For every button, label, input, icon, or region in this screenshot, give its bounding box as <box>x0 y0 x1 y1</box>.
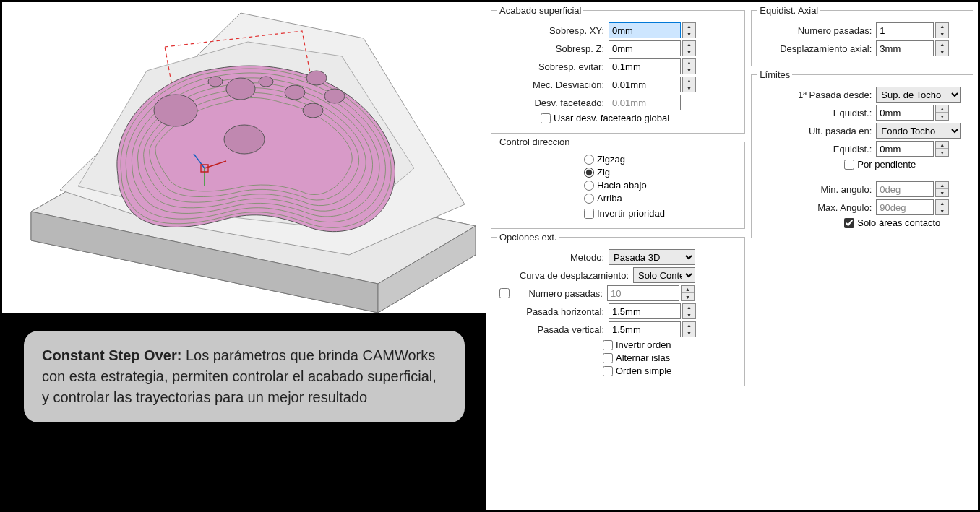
select-curva[interactable]: Solo Conte <box>633 267 695 283</box>
model-illustration <box>2 2 486 313</box>
group-acabado: Acabado superficial Sobresp. XY: ▲▼ Sobr… <box>491 5 745 134</box>
spinner-axial-desp[interactable]: ▲▼ <box>935 40 949 56</box>
spinner-equidist1[interactable]: ▲▼ <box>935 105 949 121</box>
select-metodo[interactable]: Pasada 3D <box>609 249 695 265</box>
select-ult[interactable]: Fondo Tocho <box>876 123 961 139</box>
checkbox-orden-simple[interactable] <box>603 366 613 376</box>
parameters-pane: Acabado superficial Sobresp. XY: ▲▼ Sobr… <box>486 2 978 510</box>
caption-box: Constant Step Over: Los parámetros que b… <box>24 331 465 422</box>
label-solo-areas: Solo áreas contacto <box>857 217 940 228</box>
chevron-down-icon[interactable]: ▼ <box>683 84 695 92</box>
chevron-up-icon[interactable]: ▲ <box>683 304 695 311</box>
chevron-up-icon[interactable]: ▲ <box>936 142 948 149</box>
input-num-pasadas <box>607 285 679 301</box>
spinner-min-ang: ▲▼ <box>935 181 949 197</box>
label-sobresp-xy: Sobresp. XY: <box>497 25 609 36</box>
checkbox-alternar-islas[interactable] <box>603 353 613 363</box>
checkbox-invertir-orden[interactable] <box>603 340 613 350</box>
checkbox-por-pendiente[interactable] <box>844 160 854 170</box>
chevron-up-icon[interactable]: ▲ <box>683 41 695 48</box>
label-pasada-h: Pasada horizontal: <box>497 306 609 317</box>
input-sobresp-z[interactable] <box>609 40 681 56</box>
spinner-pasada-v[interactable]: ▲▼ <box>682 321 696 337</box>
label-desv-fact: Desv. faceteado: <box>497 97 609 108</box>
label-zig: Zig <box>597 167 610 178</box>
label-ult: Ult. pasada en: <box>757 126 876 136</box>
label-axial-desp: Desplazamiento axial: <box>757 43 876 54</box>
input-equidist2[interactable] <box>876 141 934 157</box>
input-pasada-h[interactable] <box>609 303 681 319</box>
input-axial-desp[interactable] <box>876 40 934 56</box>
spinner-axial-num[interactable]: ▲▼ <box>935 22 949 38</box>
chevron-down-icon[interactable]: ▼ <box>683 30 695 38</box>
svg-point-9 <box>285 85 305 100</box>
chevron-up-icon[interactable]: ▲ <box>936 41 948 48</box>
spinner-equidist2[interactable]: ▲▼ <box>935 141 949 157</box>
label-invertir-orden: Invertir orden <box>616 339 671 350</box>
input-max-ang <box>876 199 934 215</box>
spinner-pasada-h[interactable]: ▲▼ <box>682 303 696 319</box>
input-mec-desv[interactable] <box>609 77 681 92</box>
svg-point-11 <box>324 89 345 103</box>
spinner-sobresp-evitar[interactable]: ▲▼ <box>682 58 696 74</box>
spinner-mec-desv[interactable]: ▲▼ <box>682 77 696 92</box>
chevron-down-icon[interactable]: ▼ <box>936 149 948 156</box>
radio-arriba[interactable] <box>584 194 594 204</box>
chevron-down-icon[interactable]: ▼ <box>936 48 948 56</box>
input-sobresp-evitar[interactable] <box>609 58 681 74</box>
checkbox-num-pasadas[interactable] <box>499 288 510 298</box>
radio-zigzag[interactable] <box>584 155 594 165</box>
legend-axial: Equidist. Axial <box>757 5 820 16</box>
chevron-down-icon[interactable]: ▼ <box>683 48 695 56</box>
chevron-up-icon[interactable]: ▲ <box>683 59 695 66</box>
chevron-down-icon: ▼ <box>682 293 694 300</box>
label-sobresp-evitar: Sobresp. evitar: <box>497 61 609 72</box>
chevron-down-icon[interactable]: ▼ <box>936 113 948 120</box>
checkbox-solo-areas[interactable] <box>844 218 854 228</box>
chevron-down-icon[interactable]: ▼ <box>936 30 948 38</box>
label-arriba: Arriba <box>597 193 622 204</box>
chevron-up-icon[interactable]: ▲ <box>683 77 695 84</box>
label-sobresp-z: Sobresp. Z: <box>497 43 609 54</box>
group-opciones: Opciones ext. Metodo: Pasada 3D Curva de… <box>491 232 745 386</box>
spinner-sobresp-z[interactable]: ▲▼ <box>682 40 696 56</box>
input-axial-num[interactable] <box>876 22 934 38</box>
svg-point-14 <box>208 77 223 87</box>
chevron-down-icon[interactable]: ▼ <box>683 329 695 337</box>
input-sobresp-xy[interactable] <box>609 22 681 38</box>
input-pasada-v[interactable] <box>609 321 681 337</box>
checkbox-usar-global[interactable] <box>541 113 551 123</box>
chevron-up-icon[interactable]: ▲ <box>936 23 948 30</box>
svg-point-7 <box>154 95 197 126</box>
app-container: Constant Step Over: Los parámetros que b… <box>0 0 980 512</box>
label-mec-desv: Mec. Desviación: <box>497 79 609 90</box>
radio-hacia-abajo[interactable] <box>584 181 594 191</box>
spinner-sobresp-xy[interactable]: ▲▼ <box>682 22 696 38</box>
chevron-down-icon[interactable]: ▼ <box>683 311 695 318</box>
chevron-down-icon[interactable]: ▼ <box>683 66 695 74</box>
chevron-up-icon[interactable]: ▲ <box>683 23 695 30</box>
legend-opciones: Opciones ext. <box>497 232 559 243</box>
caption-title: Constant Step Over: <box>42 347 181 363</box>
legend-direccion: Control direccion <box>497 136 572 147</box>
chevron-up-icon[interactable]: ▲ <box>683 322 695 329</box>
svg-point-15 <box>259 77 273 87</box>
label-alternar-islas: Alternar islas <box>616 352 670 363</box>
label-por-pendiente: Por pendiente <box>857 159 916 170</box>
label-equidist1: Equidist.: <box>757 108 876 118</box>
input-min-ang <box>876 181 934 197</box>
chevron-up-icon: ▲ <box>936 200 948 207</box>
checkbox-invertir-prioridad[interactable] <box>584 209 594 219</box>
label-min-ang: Min. angulo: <box>757 184 876 195</box>
label-metodo: Metodo: <box>497 252 609 263</box>
spinner-max-ang: ▲▼ <box>935 199 949 215</box>
label-usar-global: Usar desv. faceteado global <box>554 113 669 123</box>
svg-point-12 <box>303 103 323 118</box>
cad-viewport[interactable] <box>2 2 486 313</box>
radio-zig[interactable] <box>584 168 594 178</box>
input-equidist1[interactable] <box>876 105 934 121</box>
chevron-down-icon: ▼ <box>936 207 948 214</box>
chevron-down-icon: ▼ <box>936 189 948 196</box>
chevron-up-icon[interactable]: ▲ <box>936 105 948 113</box>
select-primera[interactable]: Sup. de Tocho <box>876 87 961 103</box>
